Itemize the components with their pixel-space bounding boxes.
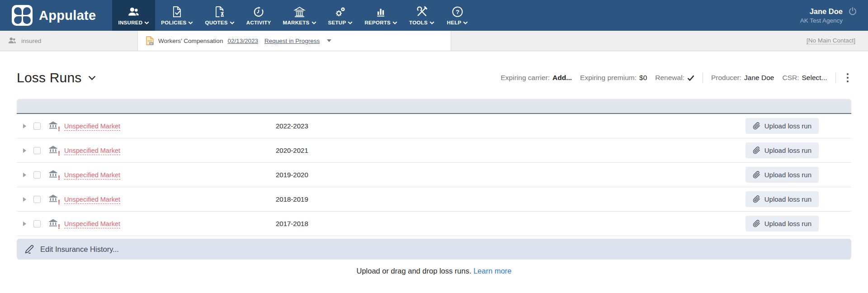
tools-icon xyxy=(416,5,428,18)
nav-setup[interactable]: SETUP xyxy=(322,0,359,31)
renewal[interactable]: Renewal: xyxy=(655,74,694,82)
alert-exclamation-icon: ! xyxy=(58,175,60,181)
bank-icon xyxy=(293,5,306,18)
producer[interactable]: Producer: Jane Doe xyxy=(711,74,774,82)
chevron-down-icon xyxy=(144,21,149,24)
gears-icon xyxy=(335,5,346,18)
divider xyxy=(835,72,836,83)
upload-loss-run-button[interactable]: Upload loss run xyxy=(745,167,819,183)
market-link[interactable]: Unspecified Market xyxy=(64,196,120,204)
user-block: Jane Doe AK Test Agency xyxy=(800,0,868,31)
market-link[interactable]: Unspecified Market xyxy=(64,171,120,180)
policy-document-icon xyxy=(172,5,182,18)
upload-loss-run-button[interactable]: Upload loss run xyxy=(745,216,819,232)
policy-period: 2019-2020 xyxy=(276,171,745,179)
upload-loss-run-button[interactable]: Upload loss run xyxy=(745,191,819,207)
effective-date-link[interactable]: 02/13/2023 xyxy=(227,38,258,44)
expand-caret-icon[interactable] xyxy=(23,173,26,177)
nav-markets[interactable]: MARKETS xyxy=(277,0,322,31)
policy-file-icon xyxy=(146,36,154,45)
nav-label: MARKETS xyxy=(283,20,310,25)
market-bank-icon: ! xyxy=(48,194,58,204)
nav-quotes[interactable]: QUOTES xyxy=(199,0,240,31)
active-document-tab[interactable]: Workers' Compensation 02/13/2023 Request… xyxy=(138,31,451,51)
paperclip-icon xyxy=(753,195,760,203)
policy-period: 2017-2018 xyxy=(276,220,745,227)
market-link[interactable]: Unspecified Market xyxy=(64,147,120,155)
edit-insurance-history-label: Edit Insurance History... xyxy=(40,245,119,254)
nav-label: POLICIES xyxy=(161,20,186,25)
renewal-label: Renewal: xyxy=(655,74,684,82)
chevron-down-icon[interactable] xyxy=(88,76,96,80)
nav-activity[interactable]: ACTIVITY xyxy=(241,0,277,31)
svg-text:?: ? xyxy=(456,9,459,15)
upload-hint: Upload or drag and drop loss runs. Learn… xyxy=(17,267,851,275)
help-icon: ? xyxy=(452,5,463,18)
chevron-down-icon xyxy=(311,21,316,24)
row-checkbox[interactable] xyxy=(33,147,41,154)
alert-exclamation-icon: ! xyxy=(58,223,60,230)
nav-tools[interactable]: TOOLS xyxy=(403,0,440,31)
nav-reports[interactable]: REPORTS xyxy=(359,0,403,31)
appulate-logo-icon xyxy=(12,5,33,26)
nav-label: QUOTES xyxy=(205,20,227,25)
market-bank-icon: ! xyxy=(48,219,58,228)
expiring-premium[interactable]: Expiring premium: $0 xyxy=(580,74,647,82)
users-icon xyxy=(127,5,140,18)
expiring-carrier-value[interactable]: Add... xyxy=(552,74,572,82)
expiring-carrier[interactable]: Expiring carrier: Add... xyxy=(501,74,572,82)
expiring-premium-value[interactable]: $0 xyxy=(639,74,647,82)
market-link[interactable]: Unspecified Market xyxy=(64,220,120,228)
row-checkbox[interactable] xyxy=(33,196,41,203)
page-title: Loss Runs xyxy=(17,70,82,85)
market-bank-icon: ! xyxy=(48,121,58,131)
user-name[interactable]: Jane Doe xyxy=(810,7,843,16)
app-logo[interactable]: Appulate xyxy=(0,0,96,31)
divider xyxy=(703,72,703,83)
status-link[interactable]: Request in Progress xyxy=(264,38,320,44)
expand-caret-icon[interactable] xyxy=(23,222,26,226)
page-title-dropdown[interactable]: Loss Runs xyxy=(17,70,96,85)
loss-runs-table: ! Unspecified Market 2022-2023 Upload lo… xyxy=(17,99,851,260)
expand-caret-icon[interactable] xyxy=(23,197,26,202)
more-options-kebab-icon[interactable] xyxy=(844,71,852,85)
nav-label: INSURED xyxy=(118,20,142,25)
main-navigation: INSURED POLICIES QUOTES ACTIVITY xyxy=(112,0,475,31)
producer-value[interactable]: Jane Doe xyxy=(744,74,774,82)
learn-more-link[interactable]: Learn more xyxy=(473,267,511,275)
market-bank-icon: ! xyxy=(48,170,58,180)
expand-caret-icon[interactable] xyxy=(23,124,26,128)
caret-down-icon[interactable] xyxy=(327,39,331,42)
power-icon[interactable] xyxy=(848,7,857,16)
page-content: Loss Runs Expiring carrier: Add... Expir… xyxy=(0,51,868,275)
expiring-premium-label: Expiring premium: xyxy=(580,74,637,82)
section-label: insured xyxy=(21,38,41,44)
row-checkbox[interactable] xyxy=(33,171,41,179)
expand-caret-icon[interactable] xyxy=(23,148,26,153)
chevron-down-icon xyxy=(230,21,235,24)
csr[interactable]: CSR: Select... xyxy=(782,74,827,82)
market-link[interactable]: Unspecified Market xyxy=(64,123,120,131)
market-bank-icon: ! xyxy=(48,146,58,155)
upload-loss-run-button[interactable]: Upload loss run xyxy=(745,142,819,158)
nav-insured[interactable]: INSURED xyxy=(112,0,155,31)
csr-value[interactable]: Select... xyxy=(802,74,827,82)
upload-button-label: Upload loss run xyxy=(764,220,811,227)
paperclip-icon xyxy=(753,220,760,227)
policy-period: 2022-2023 xyxy=(276,122,745,130)
edit-insurance-history-button[interactable]: Edit Insurance History... xyxy=(17,239,851,260)
chevron-down-icon xyxy=(348,21,353,24)
nav-label: HELP xyxy=(447,20,462,25)
chevron-down-icon xyxy=(188,21,193,24)
policy-summary-bar: Expiring carrier: Add... Expiring premiu… xyxy=(501,71,851,85)
producer-label: Producer: xyxy=(711,74,741,82)
row-checkbox[interactable] xyxy=(33,123,41,130)
policy-period: 2018-2019 xyxy=(276,195,745,203)
upload-loss-run-button[interactable]: Upload loss run xyxy=(745,118,819,134)
table-row: ! Unspecified Market 2020-2021 Upload lo… xyxy=(17,138,851,163)
nav-policies[interactable]: POLICIES xyxy=(155,0,199,31)
main-contact-link[interactable]: [No Main Contact] xyxy=(807,37,855,44)
row-checkbox[interactable] xyxy=(33,220,41,227)
nav-label: REPORTS xyxy=(364,20,391,25)
nav-help[interactable]: ? HELP xyxy=(440,0,475,31)
